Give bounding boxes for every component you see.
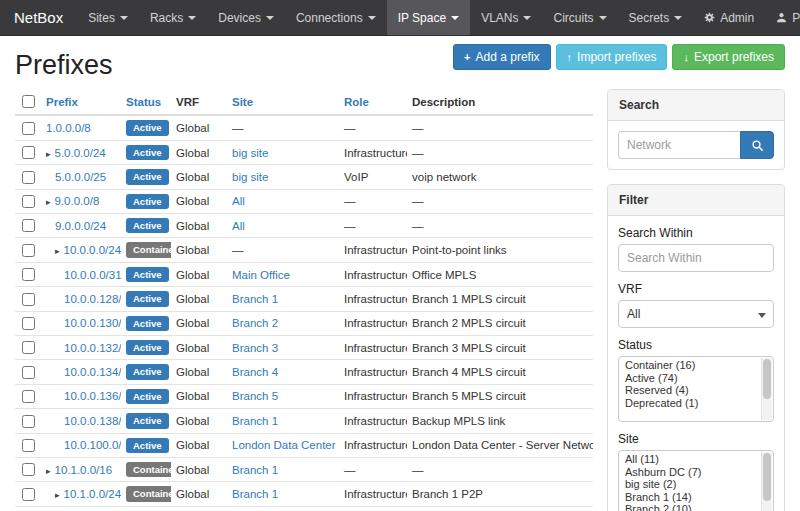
site-link[interactable]: Main Office: [232, 269, 290, 281]
scrollbar[interactable]: [761, 452, 772, 511]
nav-item-ip-space[interactable]: IP Space: [387, 0, 470, 35]
listbox-option[interactable]: Reserved (4): [619, 384, 773, 397]
nav-item-admin[interactable]: Admin: [693, 0, 765, 35]
listbox-option[interactable]: Ashburn DC (7): [619, 466, 773, 479]
prefix-link[interactable]: 5.0.0.0/25: [55, 171, 106, 183]
prefix-link[interactable]: 1.0.0.0/8: [46, 122, 91, 134]
listbox-option[interactable]: big site (2): [619, 478, 773, 491]
search-input[interactable]: [618, 131, 740, 159]
prefix-link[interactable]: 10.1.0.0/16: [55, 464, 113, 476]
listbox-option[interactable]: Active (74): [619, 372, 773, 385]
select-all-checkbox[interactable]: [22, 95, 35, 108]
site-link[interactable]: Branch 3: [232, 342, 278, 354]
nav-item-connections[interactable]: Connections: [285, 0, 387, 35]
prefix-link[interactable]: 9.0.0.0/24: [55, 220, 106, 232]
row-checkbox[interactable]: [22, 463, 35, 476]
site-link[interactable]: All: [232, 195, 245, 207]
row-checkbox[interactable]: [22, 341, 35, 354]
prefix-link[interactable]: 10.0.0.132/31: [64, 342, 121, 354]
scrollbar-thumb[interactable]: [763, 453, 771, 501]
prefix-link[interactable]: 10.0.0.130/31: [64, 317, 121, 329]
site-link[interactable]: Branch 1: [232, 293, 278, 305]
listbox-option[interactable]: Container (16): [619, 359, 773, 372]
prefix-link[interactable]: 10.1.0.0/24: [64, 488, 121, 500]
expand-arrow-icon[interactable]: ▸: [55, 490, 60, 500]
row-checkbox[interactable]: [22, 293, 35, 306]
prefix-link[interactable]: 10.0.100.0/24: [64, 439, 121, 451]
row-checkbox[interactable]: [22, 317, 35, 330]
listbox-option[interactable]: Branch 2 (10): [619, 503, 773, 511]
import-prefixes-button[interactable]: ↑Import prefixes: [556, 44, 668, 70]
listbox-option[interactable]: Branch 1 (14): [619, 491, 773, 504]
row-checkbox[interactable]: [22, 390, 35, 403]
row-checkbox[interactable]: [22, 122, 35, 135]
search-button[interactable]: [740, 131, 774, 159]
prefix-link[interactable]: 10.0.0.0/31: [64, 269, 121, 281]
prefix-link[interactable]: 10.0.0.0/24: [64, 244, 121, 256]
row-checkbox[interactable]: [22, 244, 35, 257]
nav-item-secrets[interactable]: Secrets: [618, 0, 694, 35]
row-checkbox[interactable]: [22, 171, 35, 184]
filter-select-vrf[interactable]: All: [618, 300, 774, 328]
export-prefixes-button[interactable]: ↓Export prefixes: [672, 44, 785, 70]
column-header-role[interactable]: Role: [339, 89, 407, 115]
filter-listbox-status[interactable]: Container (16)Active (74)Reserved (4)Dep…: [618, 356, 774, 422]
nav-item-circuits[interactable]: Circuits: [542, 0, 617, 35]
description-cell: London Data Center - Server Network: [407, 433, 593, 457]
prefix-link[interactable]: 9.0.0.0/8: [55, 195, 100, 207]
site-cell: —: [232, 122, 244, 134]
prefix-link[interactable]: 10.0.0.138/31: [64, 415, 121, 427]
scrollbar[interactable]: [761, 358, 772, 420]
table-row: 9.0.0.0/24ActiveGlobalAll——: [15, 214, 593, 238]
role-cell: Infrastructure: [339, 409, 407, 433]
app-brand[interactable]: NetBox: [0, 0, 77, 35]
gear-icon: [704, 12, 715, 23]
row-checkbox[interactable]: [22, 439, 35, 452]
nav-item-devices[interactable]: Devices: [207, 0, 285, 35]
row-checkbox[interactable]: [22, 366, 35, 379]
listbox-option[interactable]: All (11): [619, 453, 773, 466]
role-cell: Infrastructure: [339, 287, 407, 311]
description-cell: Branch 5 MPLS circuit: [407, 384, 593, 408]
column-header-status[interactable]: Status: [121, 89, 171, 115]
prefix-cell: 10.0.0.128/31: [46, 293, 121, 305]
row-checkbox[interactable]: [22, 195, 35, 208]
prefix-link[interactable]: 10.0.0.128/31: [64, 293, 121, 305]
prefix-link[interactable]: 10.0.0.134/31: [64, 366, 121, 378]
nav-item-sites[interactable]: Sites: [77, 0, 139, 35]
expand-arrow-icon[interactable]: ▸: [46, 149, 51, 159]
site-link[interactable]: big site: [232, 171, 268, 183]
row-checkbox[interactable]: [22, 219, 35, 232]
row-checkbox[interactable]: [22, 415, 35, 428]
scrollbar-thumb[interactable]: [763, 359, 771, 399]
vrf-cell: Global: [171, 482, 227, 506]
status-badge: Active: [126, 194, 169, 209]
column-header-site[interactable]: Site: [227, 89, 339, 115]
row-checkbox[interactable]: [22, 146, 35, 159]
nav-item-profile[interactable]: Profile: [765, 0, 800, 35]
prefix-link[interactable]: 5.0.0.0/24: [55, 147, 106, 159]
site-link[interactable]: Branch 1: [232, 464, 278, 476]
row-checkbox[interactable]: [22, 488, 35, 501]
site-link[interactable]: Branch 5: [232, 390, 278, 402]
site-link[interactable]: Branch 2: [232, 317, 278, 329]
add-a-prefix-button[interactable]: +Add a prefix: [453, 44, 550, 70]
nav-item-vlans[interactable]: VLANs: [470, 0, 542, 35]
site-link[interactable]: London Data Center: [232, 439, 336, 451]
site-link[interactable]: Branch 4: [232, 366, 278, 378]
expand-arrow-icon[interactable]: ▸: [46, 197, 51, 207]
nav-item-racks[interactable]: Racks: [139, 0, 207, 35]
prefix-cell: 10.0.0.138/31: [46, 415, 121, 427]
site-link[interactable]: All: [232, 220, 245, 232]
prefix-link[interactable]: 10.0.0.136/31: [64, 390, 121, 402]
listbox-option[interactable]: Deprecated (1): [619, 397, 773, 410]
row-checkbox[interactable]: [22, 268, 35, 281]
expand-arrow-icon[interactable]: ▸: [46, 466, 51, 476]
site-link[interactable]: Branch 1: [232, 415, 278, 427]
site-link[interactable]: Branch 1: [232, 488, 278, 500]
expand-arrow-icon[interactable]: ▸: [55, 246, 60, 256]
filter-listbox-site[interactable]: All (11)Ashburn DC (7)big site (2)Branch…: [618, 450, 774, 511]
filter-input-search-within[interactable]: [618, 244, 774, 272]
column-header-prefix[interactable]: Prefix: [41, 89, 121, 115]
site-link[interactable]: big site: [232, 147, 268, 159]
